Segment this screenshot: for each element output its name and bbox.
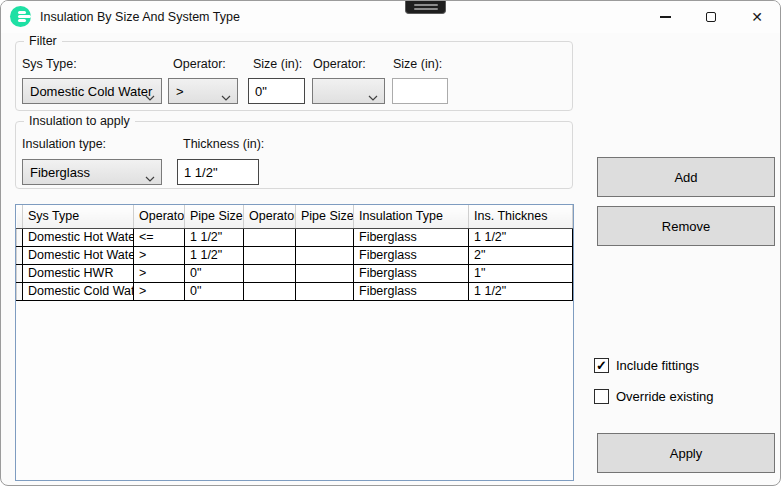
rules-table: Sys TypeOperatorPipe SizeOperatorPipe Si… [16,205,573,301]
grid-column-header[interactable]: Sys Type [23,205,134,228]
apply-button[interactable]: Apply [597,433,775,473]
operator1-label: Operator: [173,57,226,71]
grid-cell[interactable]: > [134,264,185,282]
grid-cell[interactable] [244,264,296,282]
override-existing-option[interactable]: Override existing [594,389,714,404]
grid-cell[interactable]: Fiberglass [354,246,469,264]
grid-cell[interactable]: 1 1/2" [185,228,244,246]
insulation-legend: Insulation to apply [24,114,135,128]
grid-cell[interactable] [244,282,296,300]
grid-row[interactable]: Domestic HWR>0"Fiberglass1" [17,264,573,282]
insulation-groupbox: Insulation to apply Insulation type: Fib… [15,121,573,189]
operator2-label: Operator: [313,57,366,71]
operator1-selected: > [176,84,184,99]
thickness-input[interactable] [177,159,259,185]
grid-cell[interactable]: 0" [185,264,244,282]
minimize-button[interactable] [642,1,688,33]
grid-cell[interactable]: 1" [469,264,573,282]
grid-column-header[interactable]: Pipe Size [296,205,354,228]
close-button[interactable]: ✕ [734,1,780,33]
grid-cell[interactable]: 2" [469,246,573,264]
grid-cell[interactable]: > [134,246,185,264]
chevron-down-icon [368,89,378,104]
grid-cell[interactable]: <= [134,228,185,246]
grid-cell[interactable]: Domestic HWR [23,264,134,282]
grid-row[interactable]: Domestic Cold Water>0"Fiberglass1 1/2" [17,282,573,300]
grid-body: Domestic Hot Water<=1 1/2"Fiberglass1 1/… [17,228,573,300]
grid-cell[interactable]: Domestic Hot Water [23,228,134,246]
size1-label: Size (in): [253,57,302,71]
sys-type-selected: Domestic Cold Water [30,84,152,99]
drag-handle[interactable] [405,1,446,14]
size1-input[interactable] [248,78,305,104]
insulation-type-selected: Fiberglass [30,165,90,180]
app-logo-icon [10,6,31,27]
grid-cell[interactable]: 1 1/2" [469,228,573,246]
grid-cell[interactable]: Fiberglass [354,264,469,282]
grid-cell[interactable]: Domestic Hot Water [23,246,134,264]
operator2-dropdown[interactable] [312,78,385,104]
grid-cell[interactable] [296,264,354,282]
grid-column-header[interactable]: Ins. Thicknes [469,205,573,228]
grid-cell[interactable]: > [134,282,185,300]
include-fittings-checkbox[interactable] [594,358,609,373]
include-fittings-option[interactable]: Include fittings [594,358,699,373]
grid-header-row: Sys TypeOperatorPipe SizeOperatorPipe Si… [17,205,573,228]
chevron-down-icon [145,170,155,185]
grid-cell[interactable] [244,246,296,264]
grid-cell[interactable]: Fiberglass [354,282,469,300]
grid-cell[interactable] [296,246,354,264]
add-button[interactable]: Add [597,157,775,197]
grid-column-header[interactable]: Operator [134,205,185,228]
size2-input[interactable] [392,78,448,104]
size2-label: Size (in): [393,57,442,71]
chevron-down-icon [145,89,155,104]
thickness-label: Thickness (in): [183,137,264,151]
operator1-dropdown[interactable]: > [168,78,238,104]
grid-cell[interactable] [296,282,354,300]
grid-cell[interactable]: 1 1/2" [185,246,244,264]
filter-groupbox: Filter Sys Type: Domestic Cold Water Ope… [15,41,573,111]
override-existing-label: Override existing [616,389,714,404]
insulation-type-label: Insulation type: [22,137,106,151]
grid-row[interactable]: Domestic Hot Water<=1 1/2"Fiberglass1 1/… [17,228,573,246]
maximize-icon [706,12,716,22]
grid-cell[interactable] [296,228,354,246]
grid-column-header[interactable]: Insulation Type [354,205,469,228]
grid-cell[interactable] [244,228,296,246]
chevron-down-icon [221,89,231,104]
remove-button[interactable]: Remove [597,206,775,246]
dialog-window: Insulation By Size And System Type ✕ Fil… [0,0,781,486]
maximize-button[interactable] [688,1,734,33]
sys-type-dropdown[interactable]: Domestic Cold Water [22,78,162,104]
title-bar[interactable]: Insulation By Size And System Type ✕ [1,1,780,33]
grid-column-header[interactable]: Pipe Size [185,205,244,228]
grid-column-header[interactable]: Operator [244,205,296,228]
grid-cell[interactable]: Domestic Cold Water [23,282,134,300]
rules-datagrid[interactable]: Sys TypeOperatorPipe SizeOperatorPipe Si… [15,204,574,481]
close-icon: ✕ [751,10,763,24]
grid-cell[interactable]: Fiberglass [354,228,469,246]
grid-cell[interactable]: 0" [185,282,244,300]
window-title: Insulation By Size And System Type [40,1,240,33]
filter-legend: Filter [24,34,62,48]
include-fittings-label: Include fittings [616,358,699,373]
insulation-type-dropdown[interactable]: Fiberglass [22,159,162,185]
minimize-icon [660,16,671,17]
grid-row[interactable]: Domestic Hot Water>1 1/2"Fiberglass2" [17,246,573,264]
sys-type-label: Sys Type: [22,57,77,71]
grid-cell[interactable]: 1 1/2" [469,282,573,300]
override-existing-checkbox[interactable] [594,389,609,404]
